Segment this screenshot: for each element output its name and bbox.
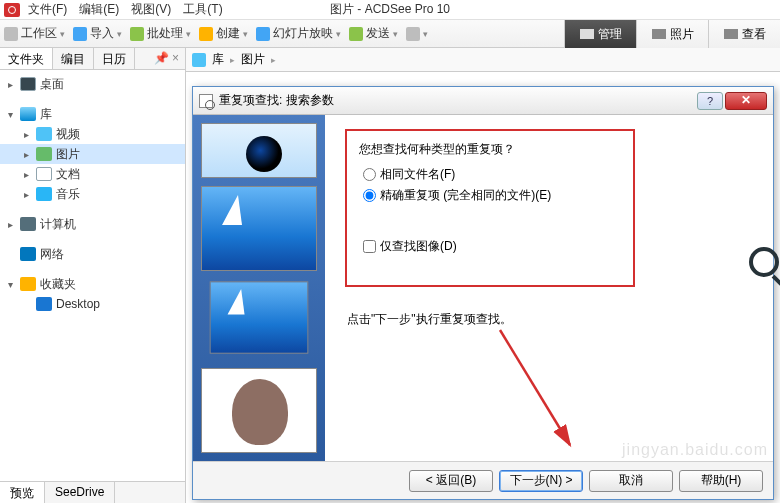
sidebar: 文件夹 编目 日历 📌 × ▸桌面 ▾库 ▸视频 ▸图片 ▸文档 ▸音乐 ▸计算…: [0, 48, 186, 503]
tree-library[interactable]: ▾库: [0, 104, 185, 124]
radio-same-filename-input[interactable]: [363, 168, 376, 181]
radio-exact-duplicate-label: 精确重复项 (完全相同的文件)(E): [380, 187, 551, 204]
checkbox-images-only-input[interactable]: [363, 240, 376, 253]
radio-exact-duplicate[interactable]: 精确重复项 (完全相同的文件)(E): [363, 187, 621, 204]
menu-tools[interactable]: 工具(T): [183, 1, 222, 18]
checkbox-images-only[interactable]: 仅查找图像(D): [363, 238, 621, 255]
boat-image-2: [210, 281, 309, 353]
send-button[interactable]: 发送▾: [349, 25, 398, 42]
sidebar-bottom-tabs: 预览 SeeDrive: [0, 481, 185, 503]
back-button[interactable]: < 返回(B): [409, 470, 493, 492]
mode-photo[interactable]: 照片: [636, 20, 708, 48]
question-label: 您想查找何种类型的重复项？: [359, 141, 621, 158]
location-icon: [192, 53, 206, 67]
highlighted-options: 您想查找何种类型的重复项？ 相同文件名(F) 精确重复项 (完全相同的文件)(E…: [345, 129, 635, 287]
face-image: [201, 368, 317, 453]
pin-icon[interactable]: 📌 ×: [148, 48, 185, 69]
tab-preview[interactable]: 预览: [0, 482, 45, 503]
boat-image-1: [201, 186, 317, 271]
tree-favorites[interactable]: ▾收藏夹: [0, 274, 185, 294]
breadcrumb-current[interactable]: 图片: [241, 51, 265, 68]
tab-folders[interactable]: 文件夹: [0, 48, 53, 69]
folder-tree: ▸桌面 ▾库 ▸视频 ▸图片 ▸文档 ▸音乐 ▸计算机 ▸网络 ▾收藏夹 ▸De…: [0, 70, 185, 481]
tree-documents[interactable]: ▸文档: [0, 164, 185, 184]
tree-network[interactable]: ▸网络: [0, 244, 185, 264]
help-footer-button[interactable]: 帮助(H): [679, 470, 763, 492]
radio-same-filename[interactable]: 相同文件名(F): [363, 166, 621, 183]
window-title: 图片 - ACDSee Pro 10: [330, 1, 450, 18]
slideshow-button[interactable]: 幻灯片放映▾: [256, 25, 341, 42]
dialog-titlebar[interactable]: 重复项查找: 搜索参数 ? ✕: [193, 87, 773, 115]
create-button[interactable]: 创建▾: [199, 25, 248, 42]
watermark: jingyan.baidu.com: [622, 441, 768, 459]
menu-bar: 文件(F) 编辑(E) 视图(V) 工具(T) 图片 - ACDSee Pro …: [0, 0, 780, 20]
tree-desktop[interactable]: ▸桌面: [0, 74, 185, 94]
dialog-title: 重复项查找: 搜索参数: [219, 92, 334, 109]
breadcrumb[interactable]: 库▸ 图片▸: [186, 48, 780, 72]
dialog-icon: [199, 94, 213, 108]
app-icon: [4, 3, 20, 17]
tree-music[interactable]: ▸音乐: [0, 184, 185, 204]
next-button[interactable]: 下一步(N) >: [499, 470, 583, 492]
tree-pictures[interactable]: ▸图片: [0, 144, 185, 164]
breadcrumb-root[interactable]: 库: [212, 51, 224, 68]
menu-view[interactable]: 视图(V): [131, 1, 171, 18]
dialog-footer: < 返回(B) 下一步(N) > 取消 帮助(H): [193, 461, 773, 499]
tree-computer[interactable]: ▸计算机: [0, 214, 185, 234]
duplicate-finder-dialog: 重复项查找: 搜索参数 ? ✕ 您想查找何种类型的重复项？ 相同文件名(F) 精…: [192, 86, 774, 500]
tree-fav-desktop[interactable]: ▸Desktop: [0, 294, 185, 314]
sidebar-tabs: 文件夹 编目 日历 📌 ×: [0, 48, 185, 70]
radio-same-filename-label: 相同文件名(F): [380, 166, 455, 183]
mode-manage[interactable]: 管理: [564, 20, 636, 48]
more-button[interactable]: ▾: [406, 27, 428, 41]
cancel-button[interactable]: 取消: [589, 470, 673, 492]
eye-image: [201, 123, 317, 178]
menu-edit[interactable]: 编辑(E): [79, 1, 119, 18]
mode-bar: 管理 照片 查看: [564, 20, 780, 48]
close-button[interactable]: ✕: [725, 92, 767, 110]
batch-button[interactable]: 批处理▾: [130, 25, 191, 42]
tab-seedrive[interactable]: SeeDrive: [45, 482, 115, 503]
wizard-graphic: [193, 115, 325, 461]
hint-text: 点击"下一步"执行重复项查找。: [347, 311, 765, 328]
workspace-button[interactable]: 工作区▾: [4, 25, 65, 42]
tree-video[interactable]: ▸视频: [0, 124, 185, 144]
import-button[interactable]: 导入▾: [73, 25, 122, 42]
radio-exact-duplicate-input[interactable]: [363, 189, 376, 202]
checkbox-images-only-label: 仅查找图像(D): [380, 238, 457, 255]
menu-file[interactable]: 文件(F): [28, 1, 67, 18]
help-button[interactable]: ?: [697, 92, 723, 110]
mode-view[interactable]: 查看: [708, 20, 780, 48]
tab-calendar[interactable]: 日历: [94, 48, 135, 69]
tab-catalog[interactable]: 编目: [53, 48, 94, 69]
